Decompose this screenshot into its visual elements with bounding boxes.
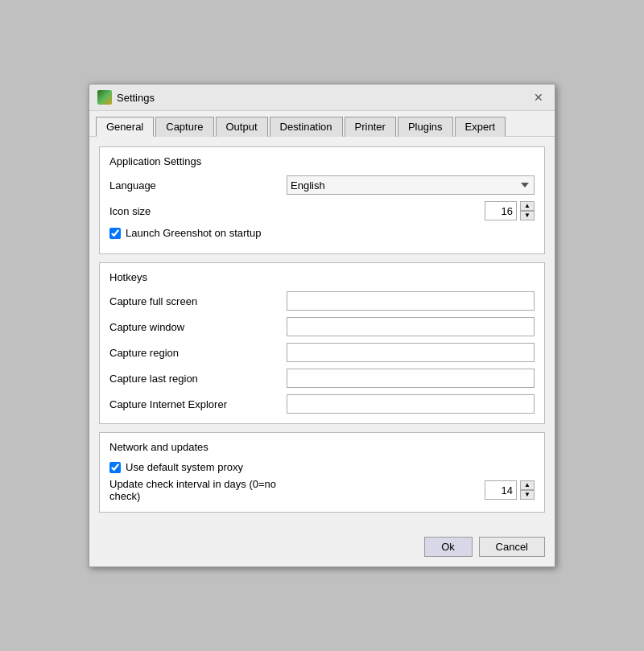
tab-content: Application Settings Language English Ic…	[89, 137, 555, 530]
icon-size-spinner-buttons: ▲ ▼	[520, 201, 535, 220]
hotkey-label-1: Capture window	[109, 321, 287, 333]
update-interval-down-button[interactable]: ▼	[520, 490, 535, 500]
proxy-row: Use default system proxy	[109, 461, 535, 473]
window-title: Settings	[117, 92, 155, 104]
language-select[interactable]: English	[287, 175, 535, 195]
app-settings-section: Application Settings Language English Ic…	[99, 146, 545, 254]
hotkeys-title: Hotkeys	[109, 271, 535, 283]
tab-general[interactable]: General	[96, 117, 154, 137]
hotkey-input-0[interactable]	[287, 291, 535, 311]
network-title: Network and updates	[109, 441, 535, 453]
update-interval-label: Update check interval in days (0=no chec…	[109, 478, 287, 502]
language-row: Language English	[109, 175, 535, 195]
icon-size-field: ▲ ▼	[287, 201, 535, 220]
hotkey-field-3	[287, 369, 535, 388]
tab-expert[interactable]: Expert	[455, 117, 506, 137]
update-interval-input[interactable]	[485, 480, 517, 500]
title-bar: Settings ✕	[89, 84, 555, 111]
hotkeys-section: Hotkeys Capture full screen Capture wind…	[99, 262, 545, 424]
settings-window: Settings ✕ General Capture Output Destin…	[89, 84, 555, 567]
proxy-label[interactable]: Use default system proxy	[126, 461, 243, 473]
proxy-checkbox[interactable]	[109, 462, 121, 473]
hotkey-row-0: Capture full screen	[109, 291, 535, 311]
hotkey-input-3[interactable]	[287, 369, 535, 388]
hotkey-label-2: Capture region	[109, 347, 287, 359]
update-interval-row: Update check interval in days (0=no chec…	[109, 478, 535, 502]
update-interval-field: ▲ ▼	[287, 480, 535, 500]
hotkey-row-2: Capture region	[109, 343, 535, 362]
update-interval-up-button[interactable]: ▲	[520, 480, 535, 490]
hotkey-input-2[interactable]	[287, 343, 535, 362]
hotkey-field-0	[287, 291, 535, 311]
language-label: Language	[109, 179, 287, 192]
icon-size-spinner: ▲ ▼	[287, 201, 535, 220]
tab-destination[interactable]: Destination	[270, 117, 343, 137]
app-settings-title: Application Settings	[109, 155, 535, 167]
hotkey-row-4: Capture Internet Explorer	[109, 394, 535, 414]
tab-output[interactable]: Output	[216, 117, 268, 137]
icon-size-down-button[interactable]: ▼	[520, 211, 535, 220]
network-section: Network and updates Use default system p…	[99, 432, 545, 513]
hotkey-field-2	[287, 343, 535, 362]
update-interval-spinner-buttons: ▲ ▼	[520, 480, 535, 500]
hotkey-input-1[interactable]	[287, 317, 535, 336]
hotkey-label-4: Capture Internet Explorer	[109, 398, 287, 410]
icon-size-label: Icon size	[109, 205, 287, 217]
tab-printer[interactable]: Printer	[345, 117, 396, 137]
launch-row: Launch Greenshot on startup	[109, 227, 535, 239]
icon-size-row: Icon size ▲ ▼	[109, 201, 535, 220]
hotkey-input-4[interactable]	[287, 394, 535, 414]
app-icon	[97, 90, 112, 105]
hotkey-label-3: Capture last region	[109, 373, 287, 385]
footer: Ok Cancel	[89, 530, 555, 567]
tab-capture[interactable]: Capture	[155, 117, 213, 137]
close-button[interactable]: ✕	[530, 89, 547, 105]
tab-plugins[interactable]: Plugins	[398, 117, 453, 137]
language-field: English	[287, 175, 535, 195]
update-interval-spinner: ▲ ▼	[287, 480, 535, 500]
tabs-bar: General Capture Output Destination Print…	[89, 111, 555, 137]
ok-button[interactable]: Ok	[424, 537, 473, 557]
launch-label[interactable]: Launch Greenshot on startup	[126, 227, 261, 239]
hotkey-field-1	[287, 317, 535, 336]
cancel-button[interactable]: Cancel	[479, 537, 545, 557]
hotkey-label-0: Capture full screen	[109, 295, 287, 307]
hotkey-row-3: Capture last region	[109, 369, 535, 388]
title-bar-left: Settings	[97, 90, 155, 105]
hotkey-row-1: Capture window	[109, 317, 535, 336]
hotkey-field-4	[287, 394, 535, 414]
icon-size-up-button[interactable]: ▲	[520, 201, 535, 211]
launch-checkbox[interactable]	[109, 228, 121, 239]
icon-size-input[interactable]	[485, 201, 517, 220]
